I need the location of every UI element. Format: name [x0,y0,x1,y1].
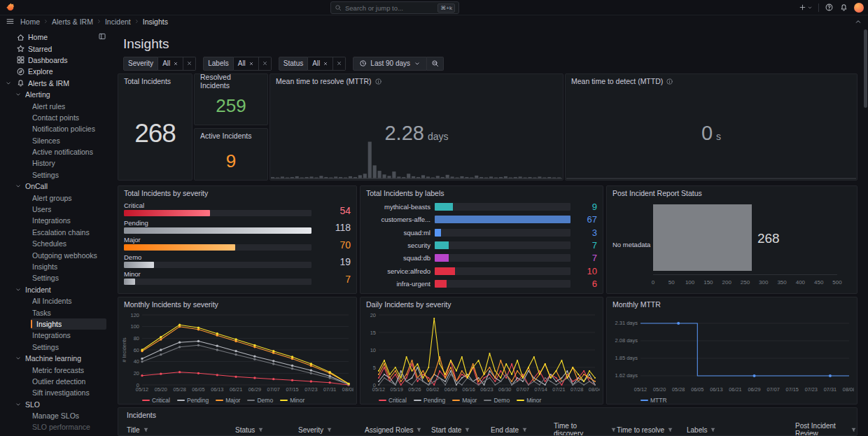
breadcrumb-item-insights[interactable]: Insights [143,17,168,26]
labels-bar-chart[interactable]: mythical-beasts9customers-affe...67squad… [366,202,597,289]
sidebar-item-silences[interactable]: Silences [0,135,112,146]
sidebar-item-settings[interactable]: Settings [0,342,112,353]
filter-value-chip[interactable]: All [308,57,333,71]
column-header-labels[interactable]: Labels [687,423,795,436]
sidebar-item-slo-performance[interactable]: SLO performance [0,421,112,433]
legend-item-pending[interactable]: Pending [177,397,209,404]
column-header-assigned-roles[interactable]: Assigned Roles [365,423,431,436]
legend-item-critical[interactable]: Critical [379,397,407,404]
column-header-time-to-resolve[interactable]: Time to resolve [617,423,687,436]
user-avatar[interactable] [854,3,864,13]
sidebar-item-explore[interactable]: Explore [0,66,112,77]
search-input[interactable]: Search or jump to... ⌘+k [330,1,459,14]
filter-icon-wrap[interactable] [143,427,149,433]
legend-item-major[interactable]: Major [216,397,240,404]
sidebar-item-settings[interactable]: Settings [0,272,112,283]
column-header-post-incident-review[interactable]: Post Incident Review [795,423,857,436]
panel-title[interactable]: Total Incidents [118,74,192,88]
daily-severity-chart[interactable]: 0510152005/1205/1905/2606/0206/0906/1606… [363,311,600,402]
sidebar-item-alert-groups[interactable]: Alert groups [0,192,112,203]
panel-title[interactable]: Active Incidents [195,129,267,143]
panel-title[interactable]: Resolved Incidents [195,74,267,88]
time-range-picker[interactable]: Last 90 days [353,57,427,71]
panel-title[interactable]: Mean time to detect (MTTD) [566,74,857,88]
sidebar-item-alert-rules[interactable]: Alert rules [0,100,112,111]
sidebar-item-manage-slos[interactable]: Manage SLOs [0,410,112,421]
legend-item-critical[interactable]: Critical [142,397,170,404]
sidebar-item-metric-forecasts[interactable]: Metric forecasts [0,364,112,375]
filter-icon-wrap[interactable] [464,427,470,433]
panel-title[interactable]: Daily Incidents by severity [360,297,603,311]
sidebar-item-schedules[interactable]: Schedules [0,238,112,249]
filter-icon-wrap[interactable] [522,427,528,433]
sidebar-item-alerts-irm[interactable]: Alerts & IRM [0,78,112,89]
filter-remove-button[interactable] [333,57,346,71]
severity-bar-gauge[interactable]: Critical54Pending118Major70Demo19Minor7 [124,202,351,290]
panel-title[interactable]: Total Incidents by labels [360,186,603,200]
sidebar-item-insights[interactable]: Insights [31,318,106,330]
panel-title[interactable]: Incidents [118,408,857,422]
collapse-searchbar-button[interactable] [854,17,862,26]
legend-item-minor[interactable]: Minor [280,397,304,404]
sidebar-item-integrations[interactable]: Integrations [0,215,112,226]
sidebar-item-contact-points[interactable]: Contact points [0,112,112,123]
filter-value-chip[interactable]: All [158,57,183,71]
new-menu-button[interactable] [799,3,813,11]
filter-value-chip[interactable]: All [234,57,259,71]
dock-sidebar-button[interactable] [98,32,106,41]
legend-item-minor[interactable]: Minor [517,397,541,404]
filter-icon-wrap[interactable] [710,427,716,433]
column-header-title[interactable]: Title [127,423,235,436]
column-header-severity[interactable]: Severity [298,423,365,436]
sidebar-item-insights[interactable]: Insights [0,261,112,272]
monthly-mttr-chart[interactable]: 1.62 days1.85 days2.08 days2.31 days05/1… [610,311,854,402]
filter-icon-wrap[interactable] [258,427,264,433]
menu-toggle-button[interactable] [6,17,15,26]
sidebar-item-tasks[interactable]: Tasks [0,307,112,318]
sidebar-item-incident[interactable]: Incident [0,284,112,295]
sidebar-item-sift-investigations[interactable]: Sift investigations [0,387,112,398]
sidebar-item-history[interactable]: History [0,157,112,169]
column-header-status[interactable]: Status [235,423,298,436]
sidebar-item-oncall[interactable]: OnCall [0,181,112,192]
panel-title[interactable]: Post Incident Report Status [607,186,857,200]
panel-title[interactable]: Monthly MTTR [607,297,857,311]
legend-item-mttr[interactable]: MTTR [640,397,667,404]
filter-icon-wrap[interactable] [850,427,857,433]
breadcrumb-item-incident[interactable]: Incident [105,17,131,26]
sidebar-item-notification-policies[interactable]: Notification policies [0,123,112,134]
filter-remove-button[interactable] [183,57,196,71]
legend-item-major[interactable]: Major [452,397,477,404]
panel-title[interactable]: Monthly Incidents by severity [118,297,356,311]
sidebar-item-all-incidents[interactable]: All Incidents [0,295,112,307]
filter-icon-wrap[interactable] [326,427,332,433]
filter-icon-wrap[interactable] [667,427,673,433]
scrollbar-thumb[interactable] [864,29,867,108]
sidebar-item-active-notifications[interactable]: Active notifications [0,146,112,157]
sidebar-item-users[interactable]: Users [0,204,112,215]
sidebar-item-dashboards[interactable]: Dashboards [0,55,112,66]
legend-item-demo[interactable]: Demo [247,397,273,404]
sidebar-item-machine-learning[interactable]: Machine learning [0,353,112,364]
page-scrollbar[interactable] [864,29,867,434]
sidebar-item-outlier-detection[interactable]: Outlier detection [0,376,112,387]
legend-item-demo[interactable]: Demo [484,397,510,404]
panel-title[interactable]: Mean time to resolve (MTTR) [270,74,563,88]
zoom-out-button[interactable] [427,57,444,71]
filter-remove-button[interactable] [259,57,272,71]
sidebar-item-alerting[interactable]: Alerting [0,89,112,100]
column-header-start-date[interactable]: Start date [431,423,491,436]
filter-icon-wrap[interactable] [610,427,617,433]
help-button[interactable] [825,3,834,12]
sidebar-item-settings[interactable]: Settings [0,169,112,181]
sidebar-item-outgoing-webhooks[interactable]: Outgoing webhooks [0,249,112,260]
sidebar-item-slo[interactable]: SLO [0,399,112,410]
notifications-button[interactable] [839,3,848,12]
column-header-time-to-discovery[interactable]: Time to discovery [554,423,617,436]
filter-icon-wrap[interactable] [416,427,422,433]
breadcrumb-item-home[interactable]: Home [20,17,40,26]
panel-title[interactable]: Total Incidents by severity [118,186,356,200]
legend-item-pending[interactable]: Pending [414,397,445,404]
sidebar-item-home[interactable]: Home [0,31,112,43]
sidebar-item-starred[interactable]: Starred [0,43,112,54]
